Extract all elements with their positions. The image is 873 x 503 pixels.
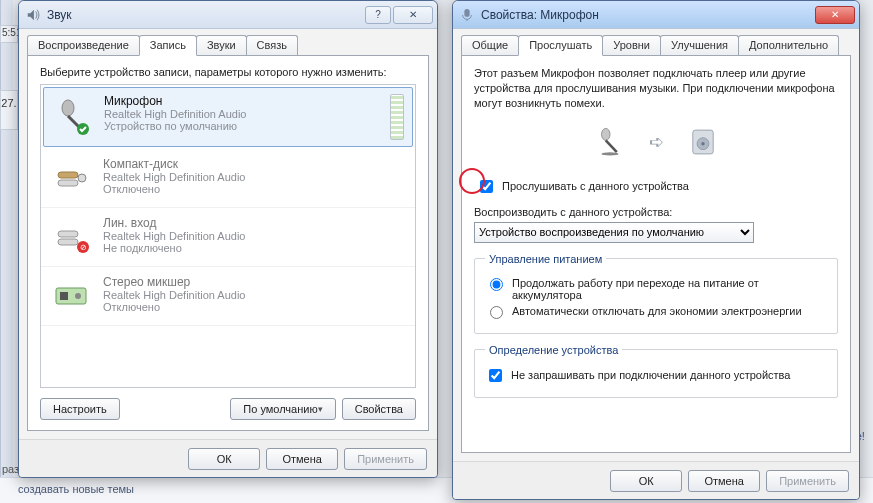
svg-point-11 <box>75 293 81 299</box>
tab-communications[interactable]: Связь <box>246 35 298 55</box>
device-linein[interactable]: ⊘ Лин. вход Realtek High Definition Audi… <box>41 208 415 267</box>
power-management-group: Управление питанием Продолжать работу пр… <box>474 253 838 334</box>
listen-tab-body: Этот разъем Микрофон позволяет подключат… <box>461 55 851 453</box>
device-status: Отключено <box>103 301 405 313</box>
listen-checkbox-row[interactable]: Прослушивать с данного устройства <box>476 177 838 196</box>
power-autooff-radio[interactable] <box>490 306 503 319</box>
level-meter <box>390 94 404 140</box>
device-status: Не подключено <box>103 242 405 254</box>
listen-checkbox-label: Прослушивать с данного устройства <box>502 180 689 192</box>
svg-rect-10 <box>60 292 68 300</box>
sound-dialog-buttons: ОК Отмена Применить <box>19 439 437 477</box>
speaker-icon <box>25 7 41 23</box>
tab-sounds[interactable]: Звуки <box>196 35 247 55</box>
ok-button[interactable]: ОК <box>610 470 682 492</box>
device-name: Лин. вход <box>103 216 405 230</box>
device-button-row: Настроить По умолчанию Свойства <box>40 398 416 420</box>
background-time: 5:51 <box>0 25 18 43</box>
device-driver: Realtek High Definition Audio <box>104 108 384 120</box>
speaker-device-icon <box>686 125 720 159</box>
dont-ask-checkbox[interactable] <box>489 369 502 382</box>
set-default-button[interactable]: По умолчанию <box>230 398 335 420</box>
props-dialog-buttons: ОК Отмена Применить <box>453 461 859 499</box>
jack-legend: Определение устройства <box>485 344 622 356</box>
tab-playback[interactable]: Воспроизведение <box>27 35 140 55</box>
microphone-icon <box>52 94 94 136</box>
close-button[interactable]: ✕ <box>393 6 433 24</box>
sound-window: Звук ? ✕ Воспроизведение Запись Звуки Св… <box>18 0 438 478</box>
apply-button[interactable]: Применить <box>766 470 849 492</box>
microphone-icon <box>459 7 475 23</box>
device-microphone[interactable]: Микрофон Realtek High Definition Audio У… <box>43 87 413 147</box>
device-status: Устройство по умолчанию <box>104 120 384 132</box>
device-stereomix[interactable]: Стерео микшер Realtek High Definition Au… <box>41 267 415 326</box>
svg-point-13 <box>601 128 610 140</box>
ok-button[interactable]: ОК <box>188 448 260 470</box>
power-legend: Управление питанием <box>485 253 606 265</box>
tab-general[interactable]: Общие <box>461 35 519 55</box>
svg-rect-6 <box>58 239 78 245</box>
props-client: Общие Прослушать Уровни Улучшения Дополн… <box>453 29 859 461</box>
background-right-column <box>0 0 13 503</box>
listen-description: Этот разъем Микрофон позволяет подключат… <box>474 66 838 111</box>
device-driver: Realtek High Definition Audio <box>103 230 405 242</box>
device-driver: Realtek High Definition Audio <box>103 289 405 301</box>
props-title: Свойства: Микрофон <box>481 8 599 22</box>
mic-properties-window: Свойства: Микрофон ✕ Общие Прослушать Ур… <box>452 0 860 500</box>
props-titlebar[interactable]: Свойства: Микрофон ✕ <box>453 1 859 29</box>
arrow-right-icon: ➪ <box>649 131 664 153</box>
playback-through-label: Воспроизводить с данного устройства: <box>474 206 838 218</box>
device-name: Компакт-диск <box>103 157 405 171</box>
tab-enhancements[interactable]: Улучшения <box>660 35 739 55</box>
device-name: Микрофон <box>104 94 384 108</box>
svg-point-4 <box>78 174 86 182</box>
power-autooff-label: Автоматически отключать для экономии эле… <box>512 305 802 317</box>
sound-titlebar[interactable]: Звук ? ✕ <box>19 1 437 29</box>
svg-rect-3 <box>58 180 78 186</box>
apply-button[interactable]: Применить <box>344 448 427 470</box>
sound-title: Звук <box>47 8 72 22</box>
listen-illustration: ➪ <box>474 121 838 163</box>
configure-button[interactable]: Настроить <box>40 398 120 420</box>
svg-point-0 <box>62 100 74 116</box>
svg-point-17 <box>701 142 704 145</box>
tab-listen[interactable]: Прослушать <box>518 35 603 56</box>
cd-jack-icon <box>51 157 93 199</box>
playback-device-select[interactable]: Устройство воспроизведения по умолчанию <box>474 222 754 243</box>
device-driver: Realtek High Definition Audio <box>103 171 405 183</box>
dont-ask-label: Не запрашивать при подключении данного у… <box>511 369 790 381</box>
close-button[interactable]: ✕ <box>815 6 855 24</box>
sound-tabstrip: Воспроизведение Запись Звуки Связь <box>27 35 429 55</box>
svg-rect-2 <box>58 172 78 178</box>
sound-tab-body: Выберите устройство записи, параметры ко… <box>27 55 429 431</box>
power-continue-label: Продолжать работу при переходе на питани… <box>512 277 827 301</box>
device-name: Стерео микшер <box>103 275 405 289</box>
power-autooff-row[interactable]: Автоматически отключать для экономии эле… <box>485 305 827 319</box>
sound-client: Воспроизведение Запись Звуки Связь Выбер… <box>19 29 437 439</box>
svg-rect-5 <box>58 231 78 237</box>
jack-detection-group: Определение устройства Не запрашивать пр… <box>474 344 838 398</box>
props-tabstrip: Общие Прослушать Уровни Улучшения Дополн… <box>461 35 851 55</box>
device-cd[interactable]: Компакт-диск Realtek High Definition Aud… <box>41 149 415 208</box>
recording-device-list[interactable]: Микрофон Realtek High Definition Audio У… <box>40 84 416 388</box>
properties-button[interactable]: Свойства <box>342 398 416 420</box>
tab-levels[interactable]: Уровни <box>602 35 661 55</box>
dont-ask-row[interactable]: Не запрашивать при подключении данного у… <box>485 366 827 385</box>
background-number: 27. <box>0 90 18 130</box>
listen-checkbox[interactable] <box>480 180 493 193</box>
mic-stand-icon <box>593 125 627 159</box>
help-button[interactable]: ? <box>365 6 391 24</box>
svg-point-14 <box>601 152 618 155</box>
cancel-button[interactable]: Отмена <box>266 448 338 470</box>
svg-rect-12 <box>464 8 469 16</box>
power-continue-row[interactable]: Продолжать работу при переходе на питани… <box>485 277 827 301</box>
power-continue-radio[interactable] <box>490 278 503 291</box>
linein-jack-icon: ⊘ <box>51 216 93 258</box>
tab-recording[interactable]: Запись <box>139 35 197 56</box>
svg-text:⊘: ⊘ <box>80 243 87 252</box>
instruction-text: Выберите устройство записи, параметры ко… <box>40 66 416 78</box>
device-status: Отключено <box>103 183 405 195</box>
soundcard-icon <box>51 275 93 317</box>
cancel-button[interactable]: Отмена <box>688 470 760 492</box>
tab-advanced[interactable]: Дополнительно <box>738 35 839 55</box>
